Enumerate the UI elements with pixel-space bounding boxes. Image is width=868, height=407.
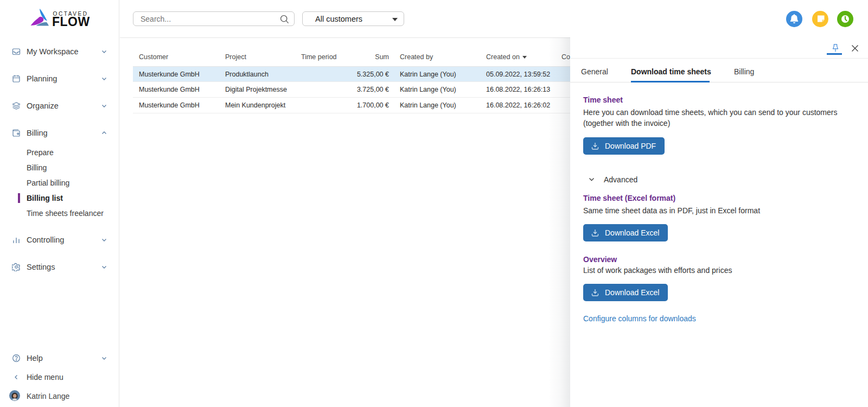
svg-text:FLOW: FLOW	[52, 15, 90, 28]
